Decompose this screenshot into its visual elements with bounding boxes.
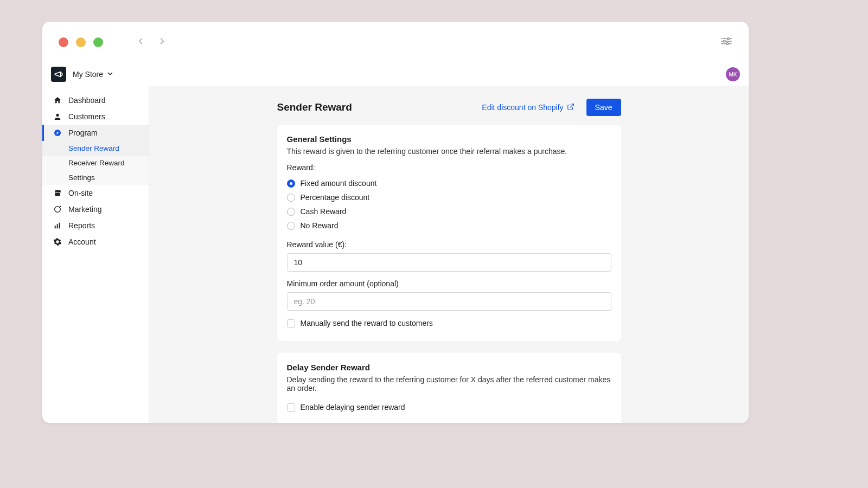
minimize-window-icon[interactable] <box>76 37 86 47</box>
home-icon <box>53 96 62 105</box>
sidebar-sub-label: Receiver Reward <box>68 159 125 167</box>
card-desc: This reward is given to the referring cu… <box>287 147 611 156</box>
svg-point-1 <box>727 38 730 40</box>
page-title: Sender Reward <box>277 101 352 113</box>
avatar-initials: MK <box>729 72 737 78</box>
header-actions: Edit discount on Shopify Save <box>482 99 621 116</box>
card-desc: Delay sending the reward to the referrin… <box>287 375 611 393</box>
svg-point-3 <box>724 40 726 42</box>
sidebar-item-marketing[interactable]: Marketing <box>42 201 149 217</box>
sidebar-item-label: Reports <box>68 221 95 230</box>
brand-wrap: My Store <box>51 67 114 82</box>
card-delay-reward: Delay Sender Reward Delay sending the re… <box>277 353 621 423</box>
sidebar-sub-label: Settings <box>68 174 95 182</box>
sidebar-item-label: On-site <box>68 189 93 197</box>
checkbox-label: Manually send the reward to customers <box>301 319 433 328</box>
radio-fixed-amount[interactable]: Fixed amount discount <box>287 176 611 190</box>
svg-point-5 <box>726 43 729 45</box>
radio-icon <box>287 222 295 230</box>
svg-rect-12 <box>59 223 60 229</box>
forward-icon[interactable] <box>157 36 167 48</box>
sidebar-item-onsite[interactable]: On-site <box>42 185 149 201</box>
window-titlebar <box>42 22 749 63</box>
radio-icon <box>287 194 295 202</box>
checkbox-label: Enable delaying sender reward <box>301 403 405 412</box>
sidebar-item-dashboard[interactable]: Dashboard <box>42 92 149 108</box>
store-icon <box>53 189 62 197</box>
radio-label: Percentage discount <box>301 193 370 202</box>
card-title: General Settings <box>287 134 611 144</box>
page-header: Sender Reward Edit discount on Shopify S… <box>277 99 621 116</box>
sidebar-item-program[interactable]: Program <box>42 125 149 141</box>
radio-no-reward[interactable]: No Reward <box>287 219 611 233</box>
edit-discount-link[interactable]: Edit discount on Shopify <box>482 103 574 112</box>
card-general-settings: General Settings This reward is given to… <box>277 125 621 341</box>
min-order-field: Minimum order amount (optional) <box>287 279 611 311</box>
main-inner: Sender Reward Edit discount on Shopify S… <box>277 86 621 423</box>
sidebar-item-label: Marketing <box>68 205 101 214</box>
external-link-icon <box>567 103 575 112</box>
checkbox-icon <box>287 403 295 412</box>
card-title: Delay Sender Reward <box>287 363 611 372</box>
reward-value-label: Reward value (€): <box>287 240 611 249</box>
window-controls <box>59 37 103 47</box>
min-order-label: Minimum order amount (optional) <box>287 279 611 288</box>
radio-label: Fixed amount discount <box>301 179 377 188</box>
nav-arrows <box>136 36 167 48</box>
back-icon[interactable] <box>136 36 145 48</box>
radio-percentage[interactable]: Percentage discount <box>287 190 611 204</box>
sliders-icon[interactable] <box>720 37 732 48</box>
reward-value-input[interactable] <box>287 253 611 272</box>
compass-icon <box>53 129 62 137</box>
manual-send-checkbox[interactable]: Manually send the reward to customers <box>287 316 611 330</box>
app-body: My Store MK Dashboard <box>42 63 749 423</box>
min-order-input[interactable] <box>287 292 611 311</box>
sidebar-sub-group: Sender Reward Receiver Reward Settings <box>42 141 149 185</box>
sidebar-item-reports[interactable]: Reports <box>42 217 149 234</box>
radio-label: Cash Reward <box>301 207 347 216</box>
user-icon <box>53 112 62 121</box>
sidebar-item-customers[interactable]: Customers <box>42 108 149 125</box>
target-icon <box>53 205 62 214</box>
radio-cash-reward[interactable]: Cash Reward <box>287 204 611 219</box>
app-topbar: My Store MK <box>42 63 749 86</box>
save-button[interactable]: Save <box>586 99 621 116</box>
store-selector[interactable]: My Store <box>73 70 114 79</box>
avatar[interactable]: MK <box>726 67 740 81</box>
sidebar-sub-receiver-reward[interactable]: Receiver Reward <box>42 156 149 170</box>
sidebar-item-label: Program <box>68 129 98 137</box>
sidebar-item-account[interactable]: Account <box>42 234 149 250</box>
gear-icon <box>53 237 62 246</box>
chevron-down-icon <box>106 70 114 79</box>
sidebar-item-label: Customers <box>68 112 105 121</box>
edit-discount-label: Edit discount on Shopify <box>482 103 563 112</box>
chart-icon <box>53 221 62 230</box>
checkbox-icon <box>287 319 295 328</box>
sidebar: Dashboard Customers Program Sende <box>42 86 149 423</box>
svg-rect-10 <box>55 226 56 228</box>
close-window-icon[interactable] <box>59 37 68 47</box>
svg-line-13 <box>570 104 573 107</box>
radio-icon <box>287 208 295 216</box>
app-window: My Store MK Dashboard <box>42 22 749 423</box>
svg-rect-11 <box>57 224 58 228</box>
content: Dashboard Customers Program Sende <box>42 86 749 423</box>
sidebar-item-label: Account <box>68 237 96 246</box>
enable-delay-checkbox[interactable]: Enable delaying sender reward <box>287 400 611 414</box>
reward-label: Reward: <box>287 163 611 172</box>
megaphone-icon <box>51 67 66 82</box>
reward-value-field: Reward value (€): <box>287 240 611 272</box>
sidebar-item-label: Dashboard <box>68 96 106 105</box>
radio-label: No Reward <box>301 221 339 230</box>
svg-point-6 <box>56 114 59 117</box>
sidebar-sub-settings[interactable]: Settings <box>42 170 149 185</box>
maximize-window-icon[interactable] <box>93 37 103 47</box>
main: Sender Reward Edit discount on Shopify S… <box>149 86 749 423</box>
titlebar-left <box>59 36 167 48</box>
sidebar-sub-sender-reward[interactable]: Sender Reward <box>42 141 149 156</box>
sidebar-sub-label: Sender Reward <box>68 144 119 152</box>
radio-icon <box>287 179 295 188</box>
store-label: My Store <box>73 70 103 79</box>
